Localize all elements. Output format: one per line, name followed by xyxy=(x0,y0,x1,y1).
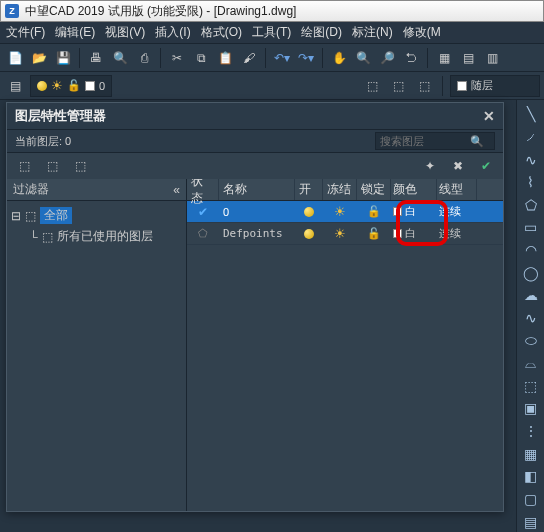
lock-cell[interactable]: 🔓 xyxy=(357,205,391,218)
tool-palette-icon[interactable]: ▥ xyxy=(481,47,503,69)
point-icon[interactable]: ⋮ xyxy=(520,421,542,442)
menu-format[interactable]: 格式(O) xyxy=(201,24,242,41)
make-block-icon[interactable]: ▣ xyxy=(520,398,542,419)
state-cell[interactable]: ⬠ xyxy=(187,227,219,240)
layer-states-btn-icon[interactable]: ⬚ xyxy=(69,155,91,177)
layer-dropdown[interactable]: ☀ 🔓 0 xyxy=(30,75,112,97)
col-state[interactable]: 状态 xyxy=(187,179,219,200)
color-label: 白 xyxy=(405,226,416,241)
zoom-prev-icon[interactable]: ⮌ xyxy=(400,47,422,69)
preview-icon[interactable]: 🔍 xyxy=(109,47,131,69)
search-input[interactable] xyxy=(380,135,470,147)
col-on[interactable]: 开 xyxy=(295,179,323,200)
print-icon[interactable]: 🖶 xyxy=(85,47,107,69)
bulb-icon xyxy=(304,207,314,217)
zoom-rt-icon[interactable]: 🔍 xyxy=(352,47,374,69)
menu-draw[interactable]: 绘图(D) xyxy=(301,24,342,41)
col-freeze[interactable]: 冻结 xyxy=(323,179,357,200)
state-cell[interactable]: ✔ xyxy=(187,205,219,219)
pan-icon[interactable]: ✋ xyxy=(328,47,350,69)
layer-manager-icon[interactable]: ▤ xyxy=(4,75,26,97)
app-logo: Z xyxy=(5,4,19,18)
color-cell[interactable]: 白 xyxy=(391,226,437,241)
lock-cell[interactable]: 🔓 xyxy=(357,227,391,240)
rectangle-icon[interactable]: ▭ xyxy=(520,217,542,238)
publish-icon[interactable]: ⎙ xyxy=(133,47,155,69)
ltype-cell[interactable]: 连续 xyxy=(437,226,477,241)
polyline-icon[interactable]: ⌇ xyxy=(520,172,542,193)
close-icon[interactable]: ✕ xyxy=(483,108,495,124)
sun-icon: ☀ xyxy=(334,204,346,219)
undo-icon[interactable]: ↶▾ xyxy=(271,47,293,69)
new-group-icon[interactable]: ⬚ xyxy=(41,155,63,177)
on-cell[interactable] xyxy=(295,229,323,239)
table-row[interactable]: ✔ 0 ☀ 🔓 白 连续 xyxy=(187,201,503,223)
panel-titlebar[interactable]: 图层特性管理器 ✕ xyxy=(7,103,503,129)
freeze-cell[interactable]: ☀ xyxy=(323,226,357,241)
name-cell[interactable]: Defpoints xyxy=(219,227,295,240)
new-filter-icon[interactable]: ⬚ xyxy=(13,155,35,177)
col-color[interactable]: 颜色 xyxy=(391,179,437,200)
ltype-cell[interactable]: 连续 xyxy=(437,204,477,219)
tree-row-used[interactable]: └ ⬚ 所有已使用的图层 xyxy=(11,226,182,247)
ellipse-icon[interactable]: ⬭ xyxy=(520,330,542,351)
col-ltype[interactable]: 线型 xyxy=(437,179,477,200)
delete-layer-icon[interactable]: ✖ xyxy=(447,155,469,177)
search-icon[interactable]: 🔍 xyxy=(470,135,484,148)
color-cell[interactable]: 白 xyxy=(391,204,437,219)
properties-icon[interactable]: ▦ xyxy=(433,47,455,69)
menu-insert[interactable]: 插入(I) xyxy=(155,24,190,41)
layer-iso-icon[interactable]: ⬚ xyxy=(387,75,409,97)
on-cell[interactable] xyxy=(295,207,323,217)
save-icon[interactable]: 💾 xyxy=(52,47,74,69)
set-current-icon[interactable]: ✔ xyxy=(475,155,497,177)
tree-expander[interactable]: ⊟ ⬚ 全部 xyxy=(11,205,182,226)
gradient-icon[interactable]: ◧ xyxy=(520,466,542,487)
table-row[interactable]: ⬠ Defpoints ☀ 🔓 白 连续 xyxy=(187,223,503,245)
search-box[interactable]: 🔍 xyxy=(375,132,495,150)
arc-icon[interactable]: ◠ xyxy=(520,240,542,261)
drawing-area[interactable]: 图层特性管理器 ✕ 当前图层: 0 🔍 ⬚ ⬚ ⬚ ✦ ✖ ✔ xyxy=(0,100,516,532)
tree-all[interactable]: 全部 xyxy=(40,207,72,224)
freeze-cell[interactable]: ☀ xyxy=(323,204,357,219)
color-dropdown[interactable]: 随层 xyxy=(450,75,540,97)
spline-icon[interactable]: ∿ xyxy=(520,308,542,329)
layer-prev-icon[interactable]: ⬚ xyxy=(413,75,435,97)
current-check-icon: ✔ xyxy=(198,205,208,219)
ellipse-arc-icon[interactable]: ⌓ xyxy=(520,353,542,374)
revcloud-icon[interactable]: ☁ xyxy=(520,285,542,306)
separator xyxy=(79,48,80,68)
copy-icon[interactable]: ⧉ xyxy=(190,47,212,69)
menu-file[interactable]: 文件(F) xyxy=(6,24,45,41)
window-title: 中望CAD 2019 试用版 (功能受限) - [Drawing1.dwg] xyxy=(25,3,296,20)
ray-icon[interactable]: ⟋ xyxy=(520,127,542,148)
xline-icon[interactable]: ∿ xyxy=(520,149,542,170)
col-name[interactable]: 名称 xyxy=(219,179,295,200)
name-cell[interactable]: 0 xyxy=(219,206,295,218)
hatch-icon[interactable]: ▦ xyxy=(520,443,542,464)
layer-states-icon[interactable]: ⬚ xyxy=(361,75,383,97)
menu-view[interactable]: 视图(V) xyxy=(105,24,145,41)
line-icon[interactable]: ╲ xyxy=(520,104,542,125)
menu-dim[interactable]: 标注(N) xyxy=(352,24,393,41)
region-icon[interactable]: ▢ xyxy=(520,489,542,510)
filter-menu-icon[interactable]: « xyxy=(173,183,180,197)
design-center-icon[interactable]: ▤ xyxy=(457,47,479,69)
layers-icon: ⬚ xyxy=(25,209,36,223)
redo-icon[interactable]: ↷▾ xyxy=(295,47,317,69)
menu-tools[interactable]: 工具(T) xyxy=(252,24,291,41)
cut-icon[interactable]: ✂ xyxy=(166,47,188,69)
polygon-icon[interactable]: ⬠ xyxy=(520,195,542,216)
table-icon[interactable]: ▤ xyxy=(520,511,542,532)
new-layer-icon[interactable]: ✦ xyxy=(419,155,441,177)
block-icon[interactable]: ⬚ xyxy=(520,376,542,397)
paste-icon[interactable]: 📋 xyxy=(214,47,236,69)
match-icon[interactable]: 🖌 xyxy=(238,47,260,69)
open-icon[interactable]: 📂 xyxy=(28,47,50,69)
zoom-win-icon[interactable]: 🔎 xyxy=(376,47,398,69)
menu-modify[interactable]: 修改(M xyxy=(403,24,441,41)
circle-icon[interactable]: ◯ xyxy=(520,262,542,283)
new-icon[interactable]: 📄 xyxy=(4,47,26,69)
col-lock[interactable]: 锁定 xyxy=(357,179,391,200)
menu-edit[interactable]: 编辑(E) xyxy=(55,24,95,41)
